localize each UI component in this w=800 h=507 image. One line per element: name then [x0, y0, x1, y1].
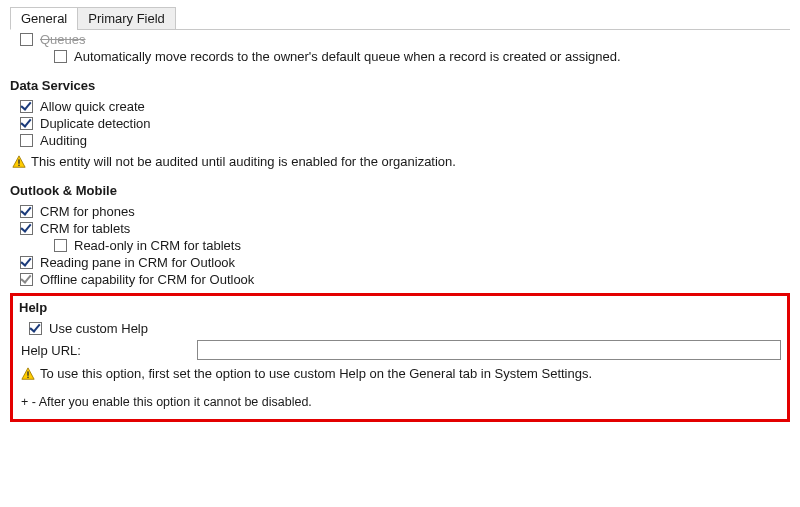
queues-checkbox[interactable] — [20, 33, 33, 46]
svg-rect-1 — [18, 159, 19, 163]
readonly-tablets-label: Read-only in CRM for tablets — [74, 238, 241, 253]
offline-checkbox[interactable] — [20, 273, 33, 286]
reading-pane-checkbox[interactable] — [20, 256, 33, 269]
help-url-input[interactable] — [197, 340, 781, 360]
dup-detect-checkbox[interactable] — [20, 117, 33, 130]
help-section: Help Use custom Help Help URL: To use th… — [10, 293, 790, 422]
svg-rect-4 — [27, 371, 28, 375]
tab-primary-field[interactable]: Primary Field — [77, 7, 176, 30]
tablets-label: CRM for tablets — [40, 221, 130, 236]
use-custom-help-label: Use custom Help — [49, 321, 148, 336]
quick-create-checkbox[interactable] — [20, 100, 33, 113]
help-note: To use this option, first set the option… — [40, 366, 592, 381]
dup-detect-label: Duplicate detection — [40, 116, 151, 131]
warning-icon — [21, 367, 35, 381]
data-services-heading: Data Services — [10, 78, 790, 93]
auto-move-label: Automatically move records to the owner'… — [74, 49, 621, 64]
help-footnote: + - After you enable this option it cann… — [21, 395, 781, 409]
phones-label: CRM for phones — [40, 204, 135, 219]
audit-note: This entity will not be audited until au… — [31, 154, 456, 169]
help-url-label: Help URL: — [21, 343, 197, 358]
help-heading: Help — [19, 300, 781, 315]
quick-create-label: Allow quick create — [40, 99, 145, 114]
auditing-label: Auditing — [40, 133, 87, 148]
queues-label: Queues — [40, 32, 86, 47]
phones-checkbox[interactable] — [20, 205, 33, 218]
reading-pane-label: Reading pane in CRM for Outlook — [40, 255, 235, 270]
readonly-tablets-checkbox[interactable] — [54, 239, 67, 252]
tab-bar: General Primary Field — [10, 6, 790, 30]
auditing-checkbox[interactable] — [20, 134, 33, 147]
tablets-checkbox[interactable] — [20, 222, 33, 235]
warning-icon — [12, 155, 26, 169]
svg-rect-5 — [27, 376, 28, 377]
offline-label: Offline capability for CRM for Outlook — [40, 272, 254, 287]
outlook-heading: Outlook & Mobile — [10, 183, 790, 198]
tab-general[interactable]: General — [10, 7, 78, 30]
use-custom-help-checkbox[interactable] — [29, 322, 42, 335]
auto-move-checkbox[interactable] — [54, 50, 67, 63]
svg-rect-2 — [18, 164, 19, 165]
